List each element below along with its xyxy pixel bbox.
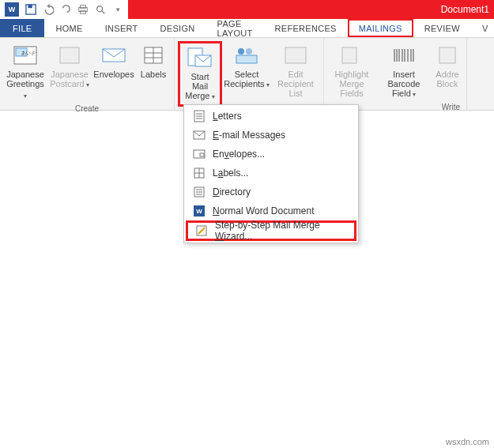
menu-label: Directory xyxy=(213,186,352,198)
envelope-small-icon xyxy=(190,147,208,161)
labels-icon xyxy=(138,43,168,68)
svg-rect-10 xyxy=(60,47,79,63)
address-block-icon xyxy=(432,43,462,68)
edit-list-icon xyxy=(281,43,311,68)
recipients-icon xyxy=(232,43,262,68)
postcard-icon xyxy=(55,43,85,68)
japanese-postcard-button: Japanese Postcard xyxy=(47,41,92,103)
button-label: Insert Barcode Field xyxy=(378,70,430,100)
tab-file[interactable]: FILE xyxy=(0,19,44,37)
menu-label: E-mail Messages xyxy=(213,130,352,141)
save-icon[interactable] xyxy=(22,1,40,18)
svg-point-19 xyxy=(246,48,252,55)
svg-rect-1 xyxy=(28,5,32,8)
labels-small-icon xyxy=(190,166,208,180)
document-area[interactable] xyxy=(0,243,494,435)
ribbon-group-start-merge: Start Mail Merge Select Recipients Edit … xyxy=(175,38,323,110)
letter-icon xyxy=(190,109,208,123)
tab-references[interactable]: REFERENCES xyxy=(264,19,348,37)
button-label: Highlight Merge Fields xyxy=(329,70,375,98)
word-doc-icon: W xyxy=(190,204,208,218)
wizard-icon xyxy=(193,224,210,238)
svg-point-18 xyxy=(238,48,244,55)
envelopes-button[interactable]: Envelopes xyxy=(92,41,136,103)
group-label-create: Create xyxy=(3,103,171,113)
svg-rect-21 xyxy=(285,47,306,63)
mail-merge-icon xyxy=(185,45,215,70)
menu-label: Envelopes... xyxy=(213,149,352,160)
quick-access-toolbar: W ▾ xyxy=(0,0,128,19)
tab-design[interactable]: DESIGN xyxy=(149,19,206,37)
qat-customize-icon[interactable]: ▾ xyxy=(109,1,126,18)
button-label: Japanese Greetings xyxy=(5,70,46,101)
menu-labels[interactable]: Labels... xyxy=(186,164,356,183)
tab-insert[interactable]: INSERT xyxy=(94,19,149,37)
tab-home[interactable]: HOME xyxy=(44,19,93,37)
svg-rect-31 xyxy=(439,47,455,63)
print-preview-icon[interactable] xyxy=(92,1,109,18)
highlight-icon xyxy=(337,43,367,68)
menu-label: Labels... xyxy=(213,168,352,179)
greeting-card-icon: あいさつ xyxy=(10,43,40,68)
button-label: Japanese Postcard xyxy=(50,70,89,90)
barcode-icon xyxy=(389,43,419,68)
insert-barcode-field-button[interactable]: Insert Barcode Field xyxy=(376,41,432,101)
document-title: Document1 xyxy=(128,4,494,15)
menu-normal-document[interactable]: W Normal Word Document xyxy=(186,201,356,220)
email-icon xyxy=(190,128,208,142)
button-label: Labels xyxy=(141,70,166,79)
japanese-greetings-button[interactable]: あいさつ Japanese Greetings xyxy=(3,41,47,103)
menu-letters[interactable]: Letters xyxy=(186,107,356,126)
tab-review[interactable]: REVIEW xyxy=(413,19,471,37)
word-app-icon: W xyxy=(5,2,19,17)
undo-icon[interactable] xyxy=(40,1,57,18)
title-bar: W ▾ Document1 xyxy=(0,0,494,19)
quick-print-icon[interactable] xyxy=(74,1,92,18)
menu-label: Step-by-Step Mail Merge Wizard... xyxy=(215,220,349,242)
start-mail-merge-button[interactable]: Start Mail Merge xyxy=(178,41,222,107)
directory-icon xyxy=(190,185,208,199)
ribbon-tab-bar: FILE HOME INSERT DESIGN PAGE LAYOUT REFE… xyxy=(0,19,494,38)
button-label: Edit Recipient List xyxy=(273,70,319,98)
envelope-icon xyxy=(99,43,129,68)
button-label: Start Mail Merge xyxy=(182,72,218,102)
button-label: Addre Block xyxy=(436,70,458,88)
start-mail-merge-dropdown: Letters E-mail Messages Envelopes... Lab… xyxy=(183,104,359,243)
menu-label: Normal Word Document xyxy=(213,205,352,216)
svg-point-5 xyxy=(97,6,103,12)
menu-envelopes[interactable]: Envelopes... xyxy=(186,145,356,164)
menu-email-messages[interactable]: E-mail Messages xyxy=(186,126,356,145)
svg-text:あいさつ: あいさつ xyxy=(21,51,37,56)
redo-icon[interactable] xyxy=(57,1,74,18)
address-block-button: Addre Block xyxy=(432,41,463,101)
labels-button[interactable]: Labels xyxy=(136,41,171,103)
tab-page-layout[interactable]: PAGE LAYOUT xyxy=(206,19,264,37)
menu-label: Letters xyxy=(213,111,352,122)
tab-view[interactable]: V xyxy=(471,19,494,37)
menu-directory[interactable]: Directory xyxy=(186,183,356,201)
select-recipients-button[interactable]: Select Recipients xyxy=(222,41,271,107)
button-label: Envelopes xyxy=(93,70,134,79)
button-label: Select Recipients xyxy=(224,70,270,90)
watermark: wsxdn.com xyxy=(446,437,489,446)
tab-mailings[interactable]: MAILINGS xyxy=(348,19,413,37)
svg-rect-22 xyxy=(342,47,356,63)
edit-recipient-list-button: Edit Recipient List xyxy=(271,41,320,107)
ribbon-group-write: Highlight Merge Fields Insert Barcode Fi… xyxy=(323,38,467,110)
ribbon: あいさつ Japanese Greetings Japanese Postcar… xyxy=(0,38,494,111)
menu-wizard[interactable]: Step-by-Step Mail Merge Wizard... xyxy=(186,220,356,241)
svg-line-6 xyxy=(102,11,105,14)
svg-rect-20 xyxy=(236,55,257,63)
highlight-merge-fields-button: Highlight Merge Fields xyxy=(327,41,376,101)
ribbon-group-create: あいさつ Japanese Greetings Japanese Postcar… xyxy=(0,38,175,110)
